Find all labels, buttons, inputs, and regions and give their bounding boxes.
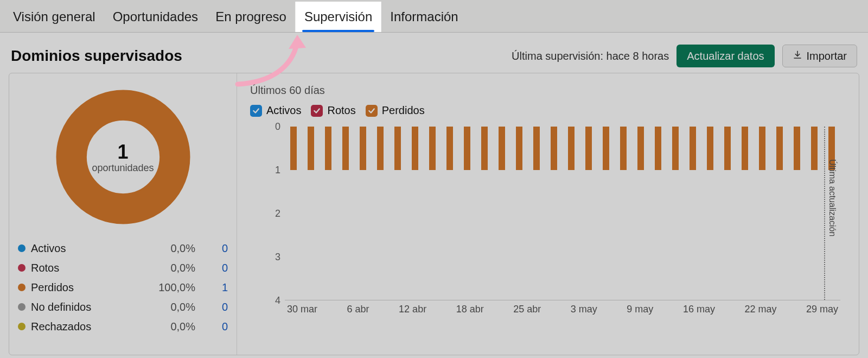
tab-overview[interactable]: Visión general — [4, 2, 104, 32]
bar — [533, 127, 540, 170]
bar — [516, 127, 522, 170]
stat-list: Activos 0,0% 0 Rotos 0,0% 0 Perdidos 100… — [18, 238, 228, 336]
x-tick: 29 may — [806, 304, 838, 315]
stat-count[interactable]: 0 — [195, 262, 228, 274]
bar — [811, 127, 818, 170]
checkbox-icon — [250, 105, 262, 117]
stat-name: Perdidos — [31, 281, 152, 294]
y-tick: 1 — [250, 165, 280, 176]
x-tick: 30 mar — [287, 304, 317, 315]
summary-panel: 1 oportunidades Activos 0,0% 0 Rotos 0,0… — [9, 73, 237, 355]
bar — [325, 127, 331, 170]
stat-pct: 0,0% — [152, 262, 195, 274]
bar — [308, 127, 314, 170]
checkbox-icon — [366, 105, 378, 117]
bar — [794, 127, 800, 170]
bar — [776, 127, 783, 170]
bar — [690, 127, 696, 170]
x-tick: 18 abr — [456, 304, 484, 315]
stat-pct: 0,0% — [152, 321, 195, 333]
x-tick: 25 abr — [513, 304, 541, 315]
bar — [759, 127, 765, 170]
bar — [568, 127, 575, 170]
dot-icon — [18, 303, 25, 311]
tab-info[interactable]: Información — [381, 2, 467, 32]
y-tick: 3 — [250, 252, 280, 263]
stat-name: No definidos — [31, 301, 152, 313]
stat-count[interactable]: 0 — [195, 242, 228, 255]
stat-name: Activos — [31, 242, 152, 255]
dot-icon — [18, 323, 25, 330]
bar — [342, 127, 349, 170]
content-card: 1 oportunidades Activos 0,0% 0 Rotos 0,0… — [9, 73, 859, 355]
tab-opportunities[interactable]: Oportunidades — [104, 2, 207, 32]
stat-pct: 0,0% — [152, 301, 195, 313]
stat-row-broken: Rotos 0,0% 0 — [18, 258, 228, 278]
update-marker-line — [824, 127, 825, 300]
range-label: Últimos 60 días — [250, 84, 846, 97]
legend-label: Perdidos — [382, 104, 425, 117]
x-tick: 6 abr — [347, 304, 369, 315]
x-tick: 9 may — [627, 304, 653, 315]
stat-count[interactable]: 0 — [195, 321, 228, 333]
header-actions: Última supervisión: hace 8 horas Actuali… — [512, 45, 857, 67]
bar — [672, 127, 679, 170]
bar — [394, 127, 401, 170]
stat-name: Rechazados — [31, 321, 152, 333]
bar — [481, 127, 488, 170]
stat-count[interactable]: 1 — [195, 281, 228, 294]
dot-icon — [18, 284, 25, 291]
bars-container — [290, 127, 835, 300]
import-button-label: Importar — [807, 50, 847, 62]
stat-pct: 100,0% — [152, 281, 195, 294]
refresh-button[interactable]: Actualizar datos — [676, 45, 774, 67]
tab-bar: Visión general Oportunidades En progreso… — [0, 0, 868, 33]
bar — [603, 127, 609, 170]
bar — [446, 127, 453, 170]
bar — [655, 127, 661, 170]
import-button[interactable]: Importar — [782, 45, 857, 67]
bar — [290, 127, 297, 170]
stat-row-rejected: Rechazados 0,0% 0 — [18, 317, 228, 336]
bar — [620, 127, 627, 170]
stat-pct: 0,0% — [152, 242, 195, 255]
dot-icon — [18, 264, 25, 272]
stat-row-lost: Perdidos 100,0% 1 — [18, 278, 228, 297]
stat-row-undefined: No definidos 0,0% 0 — [18, 297, 228, 317]
donut-center: 1 oportunidades — [53, 86, 194, 228]
x-axis: 30 mar6 abr12 abr18 abr25 abr3 may9 may1… — [285, 300, 840, 317]
tab-supervision[interactable]: Supervisión — [295, 2, 381, 32]
legend-label: Activos — [266, 104, 301, 117]
stat-name: Rotos — [31, 262, 152, 274]
bar-chart: 01234 Última actualización 30 mar6 abr12… — [250, 127, 846, 317]
chart-legend: Activos Rotos Perdidos — [250, 104, 846, 117]
plot-area: Última actualización — [285, 127, 840, 300]
y-tick: 2 — [250, 208, 280, 219]
x-tick: 12 abr — [399, 304, 426, 315]
legend-lost[interactable]: Perdidos — [366, 104, 425, 117]
legend-label: Rotos — [327, 104, 355, 117]
page-header: Dominios supervisados Última supervisión… — [0, 33, 868, 73]
x-tick: 16 may — [683, 304, 715, 315]
donut-count: 1 — [117, 141, 128, 164]
stat-count[interactable]: 0 — [195, 301, 228, 313]
page-title: Dominios supervisados — [11, 47, 182, 65]
bar — [585, 127, 592, 170]
checkbox-icon — [311, 105, 323, 117]
donut-label: oportunidades — [92, 162, 154, 174]
legend-broken[interactable]: Rotos — [311, 104, 355, 117]
bar — [464, 127, 470, 170]
bar — [360, 127, 366, 170]
bar — [637, 127, 644, 170]
y-tick: 4 — [250, 295, 280, 306]
bar — [499, 127, 505, 170]
download-icon — [793, 50, 802, 62]
legend-active[interactable]: Activos — [250, 104, 301, 117]
bar — [412, 127, 418, 170]
bar — [551, 127, 557, 170]
bar — [429, 127, 436, 170]
x-tick: 22 may — [744, 304, 776, 315]
stat-row-active: Activos 0,0% 0 — [18, 238, 228, 258]
tab-in-progress[interactable]: En progreso — [207, 2, 295, 32]
y-tick: 0 — [250, 121, 280, 133]
